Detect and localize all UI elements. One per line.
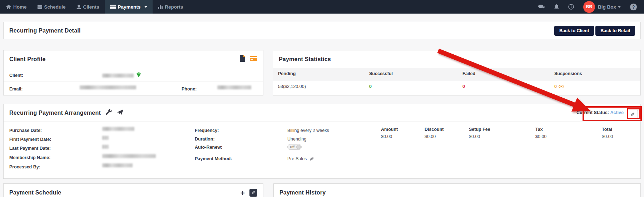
payment-history-title: Payment History [279, 189, 326, 196]
payment-statistics-panel: Payment Statistics Pending Successful Fa… [273, 50, 641, 95]
recurring-payment-detail-page: Home Schedule Clients Payments Report [0, 0, 644, 197]
person-icon [76, 5, 81, 9]
stats-col-successful: Successful [369, 71, 393, 76]
eye-icon[interactable] [559, 85, 564, 88]
client-notes-icon[interactable] [240, 55, 245, 63]
calendar-icon [38, 5, 42, 9]
current-status-value: Active [610, 110, 624, 115]
last-payment-date-value [102, 145, 109, 149]
clock-icon[interactable] [568, 4, 574, 10]
send-icon[interactable] [117, 109, 123, 116]
top-navbar: Home Schedule Clients Payments Report [0, 0, 644, 14]
redacted-phone [217, 85, 251, 89]
page-title: Recurring Payment Detail [9, 28, 81, 34]
stats-failed-value: 0 [462, 84, 465, 89]
nav-item-payments[interactable]: Payments [105, 0, 153, 14]
stats-pending-value: 53($2,120.00) [278, 84, 306, 89]
stats-header-band [273, 68, 640, 81]
chat-icon[interactable] [538, 5, 545, 9]
user-menu[interactable]: BB Big Box [583, 1, 621, 13]
user-name: Big Box [598, 4, 621, 10]
processed-by-label: Processed By: [9, 163, 40, 171]
duration-value: Unending [287, 136, 307, 143]
stats-suspensions-value: 0 [554, 84, 564, 89]
stats-col-pending: Pending [278, 71, 296, 76]
redacted-last-payment-date [102, 145, 109, 149]
nav-item-label: Reports [165, 4, 183, 10]
arrangement-title: Recurring Payment Arrangement [9, 110, 101, 116]
first-payment-date-value [102, 136, 109, 140]
first-payment-date-label: First Payment Date: [9, 136, 51, 143]
redacted-first-payment-date [102, 136, 109, 140]
nav-item-schedule[interactable]: Schedule [32, 0, 71, 14]
purchase-date-label: Purchase Date: [9, 127, 42, 134]
tax-column: Tax $0.00 [535, 127, 546, 139]
help-icon[interactable]: ? [630, 4, 637, 10]
total-column: Total $0.00 [602, 127, 613, 139]
nav-item-home[interactable]: Home [0, 0, 32, 14]
stats-col-failed: Failed [462, 71, 475, 76]
stats-successful-value: 0 [369, 84, 372, 89]
membership-name-value [102, 154, 156, 158]
client-profile-panel: Client Profile Client: Email: Phone: [3, 50, 263, 95]
payment-schedule-panel: Payment Schedule + ✎ [3, 183, 263, 197]
payment-statistics-title: Payment Statistics [279, 56, 331, 63]
current-status: Current Status: Active [576, 110, 624, 115]
redacted-processed-by [102, 163, 133, 167]
setup-fee-column: Setup Fee $0.00 [469, 127, 490, 139]
navbar-right: BB Big Box ? [538, 0, 644, 14]
current-status-label: Current Status: [576, 110, 609, 115]
nav-item-label: Clients [83, 4, 99, 10]
redacted-membership-name [102, 154, 156, 158]
toggle-knob [296, 145, 301, 149]
add-payment-icon[interactable]: + [241, 189, 245, 197]
back-to-retail-button[interactable]: Back to Retail [595, 26, 635, 36]
page-header-panel: Recurring Payment Detail Back to Client … [3, 22, 641, 39]
nav-item-label: Payments [118, 4, 141, 10]
tools-icon[interactable] [106, 109, 112, 117]
auto-renew-toggle-wrap: Off [287, 144, 302, 150]
arrangement-panel: Recurring Payment Arrangement Current St… [3, 104, 641, 179]
last-payment-date-label: Last Payment Date: [9, 145, 51, 152]
payment-history-panel: Payment History [273, 183, 641, 197]
chevron-down-icon [144, 6, 147, 8]
purchase-date-value [102, 127, 134, 131]
redacted-email [80, 85, 136, 89]
home-icon [6, 5, 11, 9]
nav-item-reports[interactable]: Reports [153, 0, 188, 14]
client-profile-title: Client Profile [9, 56, 45, 63]
email-value [80, 85, 136, 89]
stats-col-suspensions: Suspensions [554, 71, 582, 76]
bar-chart-icon [158, 5, 163, 9]
frequency-label: Frequency: [195, 127, 219, 134]
back-to-client-button[interactable]: Back to Client [554, 26, 594, 36]
processed-by-value [102, 163, 133, 167]
duration-label: Duration: [195, 136, 215, 143]
redacted-purchase-date [102, 127, 134, 131]
client-value [102, 72, 141, 79]
membership-name-label: Membership Name: [9, 154, 50, 161]
amount-column: Amount $0.00 [381, 127, 398, 139]
client-billing-icon[interactable] [250, 56, 257, 63]
nav-item-label: Schedule [44, 4, 66, 10]
edit-payment-method-icon[interactable]: ✎ [309, 156, 314, 162]
edit-schedule-icon[interactable]: ✎ [249, 189, 257, 197]
avatar[interactable]: BB [583, 1, 595, 13]
edit-status-button[interactable]: ✎ [627, 110, 638, 119]
chevron-down-icon [618, 6, 621, 8]
auto-renew-toggle[interactable]: Off [287, 144, 302, 150]
phone-value [217, 85, 251, 89]
nav-item-label: Home [13, 4, 27, 10]
client-label: Client: [9, 72, 23, 79]
pencil-icon: ✎ [630, 112, 635, 117]
bell-icon[interactable] [554, 4, 559, 9]
client-status-icon [137, 72, 141, 79]
payment-method-label: Payment Method: [195, 155, 232, 162]
nav-item-clients[interactable]: Clients [71, 0, 105, 14]
redacted-client-name [102, 74, 134, 78]
discount-column: Discount $0.00 [425, 127, 444, 139]
frequency-value: Billing every 2 weeks [287, 127, 329, 134]
phone-label: Phone: [182, 85, 197, 93]
payment-method-value: Pre Sales ✎ [287, 155, 314, 162]
credit-card-icon [110, 5, 116, 9]
